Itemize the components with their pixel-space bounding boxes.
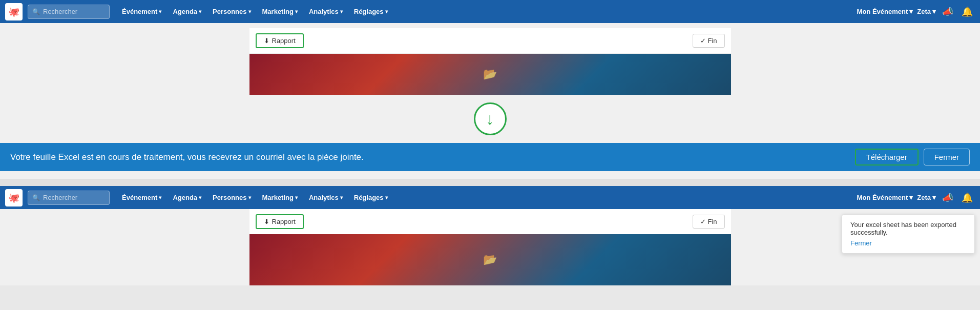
toast-notification: Your excel sheet has been exported succe…	[842, 214, 975, 254]
chevron-down-icon: ▾	[340, 9, 343, 14]
bottom-navbar: 🐙 🔍 Rechercher Événement ▾ Agenda ▾ Pers…	[0, 186, 980, 209]
search-bar-top[interactable]: 🔍 Rechercher	[28, 5, 110, 19]
chevron-down-icon: ▾	[199, 9, 201, 14]
download-circle-container: ↓	[0, 95, 980, 140]
bell-icon-bottom[interactable]: 🔔	[960, 192, 975, 203]
chevron-down-icon: ▾	[248, 195, 251, 200]
download-icon: ⬇	[264, 37, 269, 45]
download-arrow-icon: ↓	[486, 111, 494, 127]
nav-item-analytics[interactable]: Analytics ▾	[304, 5, 348, 18]
telecharger-button[interactable]: Télécharger	[855, 149, 919, 166]
zeta-button2[interactable]: Zeta ▾	[917, 194, 936, 201]
top-card: ⬇ Rapport ✓ Fin 📂	[249, 28, 731, 95]
notification-banner: Votre feuille Excel est en cours de trai…	[0, 143, 980, 171]
bottom-content-area: Your excel sheet has been exported succe…	[0, 209, 980, 285]
chevron-down-icon: ▾	[340, 195, 343, 200]
chevron-down-icon: ▾	[199, 195, 201, 200]
chevron-down-icon: ▾	[932, 8, 936, 15]
section-separator	[0, 179, 980, 186]
nav-item-reglages2[interactable]: Réglages ▾	[349, 191, 393, 204]
top-card-image: 📂	[249, 54, 731, 95]
top-nav-items: Événement ▾ Agenda ▾ Personnes ▾ Marketi…	[117, 5, 855, 18]
fermer-banner-button[interactable]: Fermer	[924, 149, 970, 166]
chevron-down-icon: ▾	[385, 195, 388, 200]
rapport-button-bottom[interactable]: ⬇ Rapport	[256, 214, 304, 229]
top-navbar: 🐙 🔍 Rechercher Événement ▾ Agenda ▾ Pers…	[0, 0, 980, 23]
folder-icon: 📂	[483, 68, 497, 81]
nav-item-agenda[interactable]: Agenda ▾	[168, 5, 206, 18]
chevron-down-icon: ▾	[909, 194, 913, 201]
notification-text: Votre feuille Excel est en cours de trai…	[10, 152, 364, 162]
chevron-down-icon: ▾	[295, 195, 298, 200]
fin-button-top[interactable]: ✓ Fin	[693, 34, 725, 48]
nav-item-agenda2[interactable]: Agenda ▾	[168, 191, 206, 204]
zeta-button[interactable]: Zeta ▾	[917, 8, 936, 15]
top-nav-right: Mon Événement ▾ Zeta ▾ 📣 🔔	[857, 6, 975, 17]
toast-text: Your excel sheet has been exported succe…	[850, 221, 966, 236]
logo-bottom[interactable]: 🐙	[5, 189, 23, 206]
download-icon-bottom: ⬇	[264, 218, 269, 225]
chevron-down-icon: ▾	[159, 9, 161, 14]
fin-button-bottom[interactable]: ✓ Fin	[693, 215, 725, 229]
nav-item-marketing2[interactable]: Marketing ▾	[257, 191, 303, 204]
toast-close-button[interactable]: Fermer	[850, 239, 872, 247]
nav-item-analytics2[interactable]: Analytics ▾	[304, 191, 348, 204]
bell-icon[interactable]: 🔔	[960, 6, 975, 17]
chevron-down-icon: ▾	[932, 194, 936, 201]
nav-item-evenement[interactable]: Événement ▾	[117, 5, 166, 18]
bottom-nav-items: Événement ▾ Agenda ▾ Personnes ▾ Marketi…	[117, 191, 855, 204]
search-placeholder-bottom: Rechercher	[43, 194, 77, 201]
top-card-toolbar: ⬇ Rapport ✓ Fin	[249, 28, 731, 54]
bottom-card-toolbar: ⬇ Rapport ✓ Fin	[249, 209, 731, 234]
megaphone-icon-bottom[interactable]: 📣	[940, 192, 955, 203]
bottom-card: ⬇ Rapport ✓ Fin 📂	[249, 209, 731, 285]
bottom-card-area: Your excel sheet has been exported succe…	[0, 209, 980, 285]
chevron-down-icon: ▾	[385, 9, 388, 14]
search-icon-bottom: 🔍	[32, 194, 40, 201]
megaphone-icon[interactable]: 📣	[940, 6, 955, 17]
mon-evenement-button2[interactable]: Mon Événement ▾	[857, 194, 913, 201]
nav-item-personnes[interactable]: Personnes ▾	[207, 5, 256, 18]
chevron-down-icon: ▾	[909, 8, 913, 15]
folder-icon-bottom: 📂	[483, 253, 497, 266]
search-placeholder-top: Rechercher	[43, 8, 77, 15]
banner-buttons: Télécharger Fermer	[855, 149, 970, 166]
download-circle: ↓	[474, 102, 507, 135]
chevron-down-icon: ▾	[295, 9, 298, 14]
top-content-area: ⬇ Rapport ✓ Fin 📂 ↓ Votre feuille Excel …	[0, 23, 980, 179]
nav-item-evenement2[interactable]: Événement ▾	[117, 191, 166, 204]
nav-item-reglages[interactable]: Réglages ▾	[349, 5, 393, 18]
bottom-card-image: 📂	[249, 234, 731, 285]
logo[interactable]: 🐙	[5, 3, 23, 20]
rapport-button-top[interactable]: ⬇ Rapport	[256, 33, 304, 48]
chevron-down-icon: ▾	[159, 195, 161, 200]
search-bar-bottom[interactable]: 🔍 Rechercher	[28, 191, 110, 205]
chevron-down-icon: ▾	[248, 9, 251, 14]
nav-item-personnes2[interactable]: Personnes ▾	[207, 191, 256, 204]
mon-evenement-button[interactable]: Mon Événement ▾	[857, 8, 913, 15]
nav-item-marketing[interactable]: Marketing ▾	[257, 5, 303, 18]
search-icon: 🔍	[32, 8, 40, 15]
bottom-nav-right: Mon Événement ▾ Zeta ▾ 📣 🔔	[857, 192, 975, 203]
